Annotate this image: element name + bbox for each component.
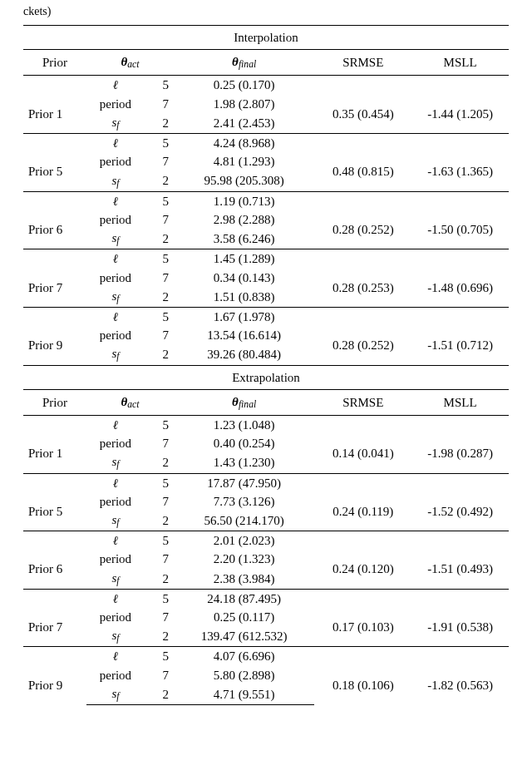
act-ell: 5 [145, 647, 174, 666]
act-period: 7 [145, 608, 174, 626]
srmse-value: 0.18 (0.106) [314, 666, 411, 705]
param-period: period [86, 95, 145, 113]
act-period: 7 [145, 326, 174, 344]
prior-label: Prior 9 [23, 326, 86, 365]
msll-value: -1.51 (0.493) [411, 550, 509, 589]
act-sf: 2 [145, 452, 174, 473]
final-sf: 2.38 (3.984) [174, 569, 314, 590]
act-ell: 5 [145, 76, 174, 95]
col-prior: Prior [23, 389, 86, 415]
param-sf: sf [86, 452, 145, 473]
param-sf: sf [86, 684, 145, 705]
param-sf: sf [86, 511, 145, 531]
param-period: period [86, 666, 145, 684]
srmse-value: 0.24 (0.119) [314, 492, 411, 531]
srmse-value: 0.14 (0.041) [314, 434, 411, 473]
param-ell: ℓ [86, 647, 145, 666]
msll-value: -1.63 (1.365) [411, 152, 509, 191]
act-ell: 5 [145, 589, 174, 608]
act-sf: 2 [145, 511, 174, 531]
col-msll: MSLL [411, 389, 509, 415]
prior-label: Prior 5 [23, 492, 86, 531]
srmse-value: 0.48 (0.815) [314, 152, 411, 191]
final-ell: 24.18 (87.495) [174, 589, 314, 608]
param-ell: ℓ [86, 307, 145, 326]
final-sf: 3.58 (6.246) [174, 229, 314, 249]
act-sf: 2 [145, 626, 174, 647]
act-ell: 5 [145, 531, 174, 550]
col-srmse: SRMSE [314, 50, 411, 76]
param-sf: sf [86, 287, 145, 308]
param-ell: ℓ [86, 415, 145, 434]
col-theta-act: θact [86, 389, 174, 415]
act-period: 7 [145, 210, 174, 229]
param-period: period [86, 326, 145, 344]
param-sf: sf [86, 171, 145, 192]
msll-value: -1.50 (0.705) [411, 210, 509, 249]
final-period: 1.98 (2.807) [174, 95, 314, 113]
prior-label: Prior 6 [23, 550, 86, 589]
srmse-value: 0.28 (0.252) [314, 326, 411, 365]
prior-label: Prior 5 [23, 152, 86, 191]
param-ell: ℓ [86, 531, 145, 550]
final-ell: 2.01 (2.023) [174, 531, 314, 550]
final-ell: 4.07 (6.696) [174, 647, 314, 666]
param-sf: sf [86, 344, 145, 365]
param-ell: ℓ [86, 134, 145, 153]
param-ell: ℓ [86, 589, 145, 608]
final-period: 13.54 (16.614) [174, 326, 314, 344]
msll-value: -1.91 (0.538) [411, 608, 509, 647]
msll-value: -1.44 (1.205) [411, 95, 509, 134]
act-sf: 2 [145, 569, 174, 590]
msll-value: -1.52 (0.492) [411, 492, 509, 531]
srmse-value: 0.28 (0.253) [314, 269, 411, 308]
results-table: InterpolationPriorθactθfinalSRMSEMSLLℓ50… [23, 25, 509, 705]
act-ell: 5 [145, 307, 174, 326]
param-ell: ℓ [86, 473, 145, 492]
act-ell: 5 [145, 415, 174, 434]
param-sf: sf [86, 569, 145, 590]
final-ell: 1.67 (1.978) [174, 307, 314, 326]
msll-value: -1.98 (0.287) [411, 434, 509, 473]
final-sf: 95.98 (205.308) [174, 171, 314, 192]
act-sf: 2 [145, 684, 174, 705]
act-period: 7 [145, 550, 174, 568]
act-ell: 5 [145, 134, 174, 153]
act-sf: 2 [145, 229, 174, 249]
param-period: period [86, 492, 145, 511]
param-period: period [86, 210, 145, 229]
prior-label: Prior 7 [23, 608, 86, 647]
act-ell: 5 [145, 249, 174, 269]
act-ell: 5 [145, 473, 174, 492]
final-period: 0.25 (0.117) [174, 608, 314, 626]
param-sf: sf [86, 113, 145, 134]
param-period: period [86, 608, 145, 626]
col-prior: Prior [23, 50, 86, 76]
page-header-fragment: ckets) [23, 5, 509, 18]
act-ell: 5 [145, 191, 174, 210]
final-sf: 4.71 (9.551) [174, 684, 314, 705]
act-sf: 2 [145, 171, 174, 192]
param-sf: sf [86, 626, 145, 647]
final-ell: 4.24 (8.968) [174, 134, 314, 153]
param-period: period [86, 434, 145, 452]
prior-label: Prior 6 [23, 210, 86, 249]
col-msll: MSLL [411, 50, 509, 76]
col-theta-final: θfinal [174, 50, 314, 76]
param-period: period [86, 152, 145, 170]
srmse-value: 0.17 (0.103) [314, 608, 411, 647]
msll-value: -1.48 (0.696) [411, 269, 509, 308]
col-theta-final: θfinal [174, 389, 314, 415]
srmse-value: 0.35 (0.454) [314, 95, 411, 134]
col-srmse: SRMSE [314, 389, 411, 415]
final-period: 2.20 (1.323) [174, 550, 314, 568]
final-ell: 17.87 (47.950) [174, 473, 314, 492]
final-period: 2.98 (2.288) [174, 210, 314, 229]
col-theta-act: θact [86, 50, 174, 76]
final-sf: 1.51 (0.838) [174, 287, 314, 308]
prior-label: Prior 7 [23, 269, 86, 308]
srmse-value: 0.24 (0.120) [314, 550, 411, 589]
final-ell: 1.23 (1.048) [174, 415, 314, 434]
param-ell: ℓ [86, 249, 145, 269]
final-period: 4.81 (1.293) [174, 152, 314, 170]
